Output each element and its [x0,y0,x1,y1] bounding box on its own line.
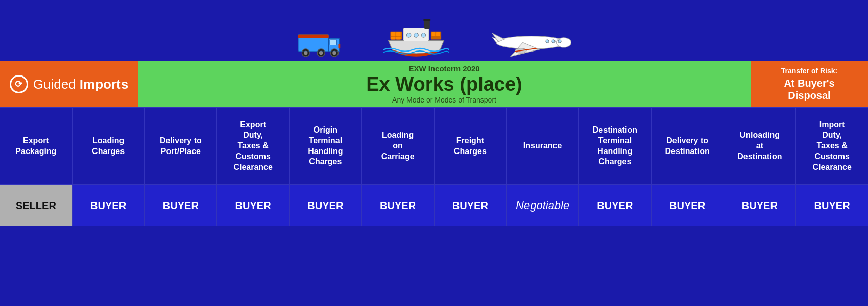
svg-point-30 [558,40,561,43]
col-value-3: BUYER [217,185,289,226]
col-header-2: Delivery toPort/Place [145,108,217,185]
incoterm-title: Ex Works (place) [366,74,522,95]
brand-section: ⟳ Guided Imports [0,61,138,107]
col-header-10: UnloadingatDestination [724,108,796,185]
incoterm-section: EXW Incoterm 2020 Ex Works (place) Any M… [138,61,751,107]
col-value-8: BUYER [579,185,651,226]
svg-rect-21 [391,37,396,40]
col-header-8: DestinationTerminalHandlingCharges [579,108,651,185]
svg-point-15 [421,33,426,38]
brand-icon: ⟳ [10,75,28,93]
svg-point-28 [546,40,549,43]
svg-rect-2 [330,39,337,45]
transport-icons-row [0,0,868,61]
col-9: Delivery toDestinationBUYER [652,108,724,226]
col-value-0: SELLER [0,185,72,226]
svg-point-14 [414,33,419,38]
header-bar: ⟳ Guided Imports EXW Incoterm 2020 Ex Wo… [0,61,868,107]
main-table: ExportPackagingSELLERLoadingChargesBUYER… [0,107,868,226]
col-6: FreightChargesBUYER [435,108,507,226]
col-3: ExportDuty,Taxes &CustomsClearanceBUYER [217,108,290,226]
col-header-7: Insurance [507,108,578,185]
col-7: InsuranceNegotiable [507,108,579,226]
col-value-2: BUYER [145,185,217,226]
col-value-9: BUYER [652,185,724,226]
col-value-7: Negotiable [507,185,578,226]
col-header-3: ExportDuty,Taxes &CustomsClearance [217,108,289,185]
col-header-0: ExportPackaging [0,108,72,185]
risk-section: Transfer of Risk: At Buyer'sDisposal [751,61,868,107]
col-value-11: BUYER [796,185,868,226]
svg-rect-20 [396,32,401,36]
ship-icon [383,13,449,61]
risk-label: Transfer of Risk: [781,67,837,75]
svg-rect-3 [339,44,341,48]
svg-point-13 [406,33,411,38]
col-header-6: FreightCharges [435,108,507,185]
svg-rect-19 [391,32,396,36]
col-4: OriginTerminalHandlingChargesBUYER [290,108,362,226]
svg-rect-22 [396,37,401,40]
col-header-11: ImportDuty,Taxes &CustomsClearance [796,108,868,185]
svg-rect-16 [424,20,430,29]
col-1: LoadingChargesBUYER [73,108,145,226]
col-10: UnloadingatDestinationBUYER [724,108,797,226]
col-11: ImportDuty,Taxes &CustomsClearanceBUYER [796,108,868,226]
incoterm-mode: Any Mode or Modes of Transport [392,96,496,104]
plane-icon [490,26,572,61]
col-header-4: OriginTerminalHandlingCharges [290,108,361,185]
risk-value: At Buyer'sDisposal [784,77,834,101]
brand-name: Guided Imports [33,76,128,92]
col-0: ExportPackagingSELLER [0,108,73,226]
truck-icon [296,23,342,61]
col-value-1: BUYER [73,185,144,226]
col-header-5: LoadingonCarriage [362,108,434,185]
svg-rect-24 [431,32,435,36]
col-header-1: LoadingCharges [73,108,144,185]
svg-point-29 [552,40,555,43]
col-2: Delivery toPort/PlaceBUYER [145,108,218,226]
col-5: LoadingonCarriageBUYER [362,108,435,226]
incoterm-subtitle: EXW Incoterm 2020 [408,64,479,73]
col-8: DestinationTerminalHandlingChargesBUYER [579,108,652,226]
col-value-6: BUYER [435,185,507,226]
svg-rect-25 [436,32,440,36]
col-value-10: BUYER [724,185,796,226]
col-header-9: Delivery toDestination [652,108,724,185]
svg-rect-10 [298,35,329,39]
col-value-5: BUYER [362,185,434,226]
col-value-4: BUYER [290,185,361,226]
svg-rect-17 [423,19,430,21]
